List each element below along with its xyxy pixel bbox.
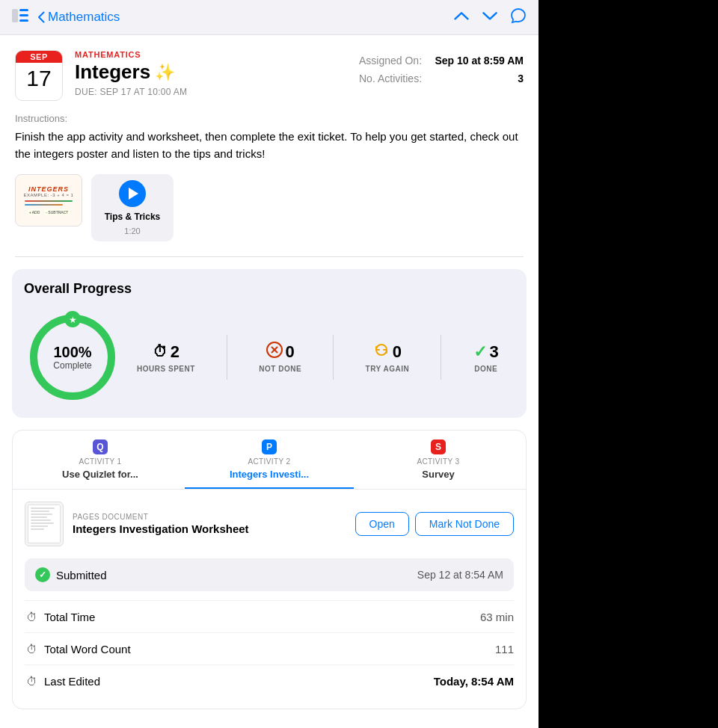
play-button[interactable] [119, 180, 146, 207]
activity-tab-3[interactable]: S ACTIVITY 3 Survey [354, 431, 523, 489]
svg-text:★: ★ [69, 315, 77, 325]
subject-label: MATHEMATICS [75, 50, 347, 59]
activity-tab-2[interactable]: P ACTIVITY 2 Integers Investi... [185, 431, 354, 489]
activity-2-name: Integers Investi... [230, 469, 309, 480]
activity-content: PAGES DOCUMENT Integers Investigation Wo… [13, 490, 526, 709]
nav-left: Mathematics [12, 9, 120, 26]
total-time-value: 63 min [480, 611, 514, 623]
progress-inner-text: 100% Complete [53, 344, 91, 371]
try-again-value: 0 [393, 342, 402, 362]
back-label: Mathematics [48, 10, 120, 25]
doc-thumbnail [25, 502, 64, 546]
assignment-header: SEP 17 MATHEMATICS Integers ✨ DUE: SEP 1… [0, 35, 538, 113]
comment-icon[interactable] [510, 7, 527, 27]
chevron-down-icon[interactable] [482, 7, 498, 27]
try-again-icon [373, 342, 390, 362]
progress-complete-label: Complete [53, 360, 91, 371]
meta-assigned-on: Assigned On: Sep 10 at 8:59 AM [359, 55, 524, 67]
last-edited-row: ⏱ Last Edited Today, 8:54 AM [25, 664, 514, 697]
last-edited-label: Last Edited [44, 675, 100, 688]
last-edited-icon: ⏱ [25, 674, 38, 688]
activities-section: Q ACTIVITY 1 Use Quizlet for... P ACTIVI… [12, 430, 527, 709]
done-label: DONE [474, 365, 497, 373]
done-icon: ✓ [473, 342, 487, 362]
sparkle-icon: ✨ [155, 63, 175, 82]
progress-stats: ⏱ 2 HOURS SPENT [121, 335, 515, 380]
word-count-row: ⏱ Total Word Count 111 [25, 632, 514, 664]
activity-3-icon: S [431, 439, 446, 454]
stat-not-done: 0 NOT DONE [259, 342, 301, 373]
activity-tabs: Q ACTIVITY 1 Use Quizlet for... P ACTIVI… [13, 431, 526, 490]
attachments-section: INTEGERS EXAMPLE: -3 + 4 = 1 + ADD - SUB… [0, 174, 538, 256]
svg-rect-2 [19, 14, 28, 16]
activity-3-number: ACTIVITY 3 [417, 457, 459, 466]
assignment-meta: Assigned On: Sep 10 at 8:59 AM No. Activ… [359, 50, 524, 84]
progress-title: Overall Progress [24, 281, 515, 297]
due-date: DUE: SEP 17 AT 10:00 AM [75, 87, 347, 97]
instructions-section: Instructions: Finish the app activity an… [0, 113, 538, 174]
chevron-up-icon[interactable] [453, 7, 470, 27]
progress-circle: ★ 100% Complete [24, 309, 121, 406]
doc-name: Integers Investigation Worksheet [73, 522, 346, 535]
svg-rect-3 [19, 19, 28, 22]
word-count-icon: ⏱ [25, 642, 38, 655]
open-button[interactable]: Open [355, 512, 409, 536]
assignment-title: Integers ✨ [75, 61, 347, 84]
calendar-day: 17 [26, 63, 51, 92]
activity-tab-1[interactable]: Q ACTIVITY 1 Use Quizlet for... [16, 431, 185, 489]
not-done-label: NOT DONE [259, 365, 301, 373]
stat-hours-spent: ⏱ 2 HOURS SPENT [137, 342, 195, 373]
section-divider [15, 256, 524, 257]
calendar-icon: SEP 17 [15, 50, 63, 101]
doc-actions: Open Mark Not Done [355, 512, 514, 536]
stat-divider-3 [441, 335, 441, 380]
stats-rows: ⏱ Total Time 63 min ⏱ Total Word Count 1… [25, 600, 514, 697]
activity-1-number: ACTIVITY 1 [79, 457, 121, 466]
activity-3-name: Survey [422, 469, 454, 480]
submitted-label: Submitted [56, 569, 107, 582]
activity-1-icon: Q [93, 439, 108, 454]
mark-not-done-button[interactable]: Mark Not Done [415, 512, 514, 536]
poster-subtitle: EXAMPLE: -3 + 4 = 1 [24, 193, 74, 197]
sidebar-icon[interactable] [12, 9, 28, 26]
total-time-icon: ⏱ [25, 610, 38, 623]
video-title: Tips & Tricks [105, 212, 160, 222]
total-time-row: ⏱ Total Time 63 min [25, 600, 514, 632]
submitted-check-icon: ✓ [35, 567, 50, 582]
doc-info: PAGES DOCUMENT Integers Investigation Wo… [73, 513, 346, 535]
word-count-label: Total Word Count [44, 643, 131, 655]
right-panel [538, 0, 718, 728]
calendar-month: SEP [16, 51, 62, 63]
stat-done: ✓ 3 DONE [473, 342, 499, 373]
nav-right [453, 7, 527, 27]
stat-divider-1 [227, 335, 227, 380]
progress-section: Overall Progress ★ 100% Com [12, 269, 527, 418]
hours-icon: ⏱ [153, 343, 168, 360]
submitted-row: ✓ Submitted Sep 12 at 8:54 AM [25, 558, 514, 591]
poster-operations: + ADD - SUBTRACT [28, 209, 70, 215]
back-button[interactable]: Mathematics [37, 10, 120, 25]
activity-2-number: ACTIVITY 2 [248, 457, 290, 466]
integers-poster[interactable]: INTEGERS EXAMPLE: -3 + 4 = 1 + ADD - SUB… [15, 174, 82, 226]
tips-tricks-video[interactable]: Tips & Tricks 1:20 [91, 174, 174, 241]
submitted-time: Sep 12 at 8:54 AM [417, 569, 503, 581]
submitted-left: ✓ Submitted [35, 567, 107, 582]
stat-try-again: 0 TRY AGAIN [366, 342, 410, 373]
done-value: 3 [490, 342, 499, 362]
doc-type: PAGES DOCUMENT [73, 513, 346, 521]
hours-value: 2 [171, 342, 180, 362]
svg-rect-1 [19, 9, 28, 11]
stat-divider-2 [333, 335, 334, 380]
word-count-value: 111 [495, 643, 514, 655]
total-time-label: Total Time [44, 611, 95, 623]
try-again-label: TRY AGAIN [366, 365, 410, 373]
instructions-text: Finish the app activity and worksheet, t… [15, 129, 524, 162]
hours-label: HOURS SPENT [137, 365, 195, 373]
progress-percent: 100% [53, 344, 91, 360]
poster-title: INTEGERS [28, 185, 69, 193]
not-done-icon [266, 342, 283, 362]
activity-doc-row: PAGES DOCUMENT Integers Investigation Wo… [25, 502, 514, 546]
activity-2-icon: P [262, 439, 277, 454]
activity-1-name: Use Quizlet for... [62, 469, 138, 480]
video-duration: 1:20 [124, 226, 140, 235]
